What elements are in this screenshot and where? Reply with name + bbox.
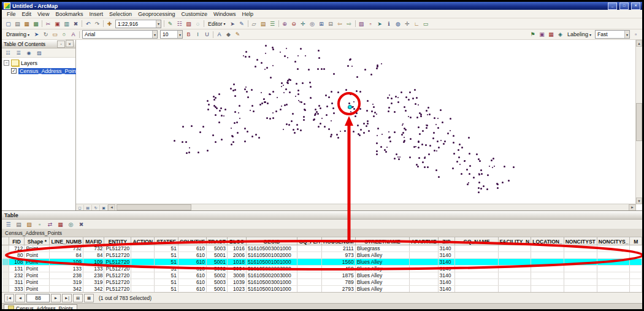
row-selector-cell[interactable] [2, 272, 9, 279]
clear-selection-button[interactable]: ▫ [35, 220, 44, 228]
column-header-BLOC[interactable]: BLOC [228, 238, 247, 245]
sketch-properties-button[interactable]: ☰ [268, 20, 277, 28]
cell[interactable]: 516105003001000 [246, 245, 297, 252]
edit-annotation-button[interactable]: ✎ [237, 20, 247, 28]
previous-record-button[interactable]: ◄ [15, 294, 25, 302]
lock-labels-button[interactable]: ◈ [556, 31, 565, 39]
cell[interactable]: 84 [50, 252, 83, 259]
catalog-window-button[interactable]: ▧ [184, 20, 193, 28]
cell[interactable]: 342 [83, 286, 104, 293]
map-scale-combo[interactable]: 1:22,916▾ [115, 20, 161, 28]
drawing-menu[interactable]: Drawing▾ [4, 31, 32, 37]
underline-button[interactable]: U [202, 31, 212, 39]
cut-button[interactable]: ✂ [44, 20, 53, 28]
cell[interactable]: 3140 [438, 279, 455, 286]
related-tables-button[interactable]: ▤ [14, 220, 23, 228]
select-by-attributes-button[interactable]: ▨ [25, 220, 34, 228]
cell[interactable] [131, 252, 155, 259]
zoom-to-selected-button[interactable]: ◎ [66, 220, 75, 228]
menu-view[interactable]: View [34, 11, 52, 17]
table-options-button[interactable]: ☰ [4, 220, 13, 228]
cell[interactable]: 516105001001000 [246, 259, 297, 266]
editor-menu[interactable]: Editor▾ [205, 21, 228, 27]
cell[interactable]: Point [25, 245, 50, 252]
cell[interactable] [131, 259, 155, 266]
cell[interactable] [597, 279, 630, 286]
cell[interactable]: 3140 [438, 252, 455, 259]
cell[interactable]: 5003 [207, 279, 228, 286]
table-of-contents-button[interactable]: ☷ [175, 20, 184, 28]
list-by-drawing-order-button[interactable]: ☷ [3, 48, 13, 57]
cell[interactable]: 51 [155, 245, 178, 252]
editor-toolbar-toggle-button[interactable]: ✎ [166, 20, 175, 28]
edit-tool-button[interactable]: ➤ [228, 20, 237, 28]
cell[interactable]: 3140 [438, 245, 455, 252]
toc-autohide-button[interactable]: ▫ [57, 40, 65, 48]
cell[interactable]: 5003 [207, 245, 228, 252]
show-all-records-button[interactable]: ▤ [73, 294, 83, 302]
table-row[interactable]: 108Point109109PL512720516105001101851610… [2, 259, 642, 266]
cell[interactable]: 51 [155, 259, 178, 266]
cell[interactable]: 789 [322, 279, 356, 286]
select-elements-tool-button[interactable]: ➤ [32, 31, 41, 39]
cell[interactable] [297, 266, 322, 272]
italic-button[interactable]: I [193, 31, 202, 39]
column-header-NONCITYST[interactable]: NONCITYST [564, 238, 597, 245]
cell[interactable] [564, 252, 597, 259]
cell[interactable] [498, 252, 531, 259]
cell[interactable]: Blues Alley [355, 259, 410, 266]
cell[interactable] [410, 279, 438, 286]
cell[interactable] [455, 286, 498, 293]
cell[interactable]: PL512720 [104, 245, 131, 252]
cell[interactable]: 319 [83, 279, 104, 286]
menu-bookmarks[interactable]: Bookmarks [52, 11, 86, 17]
toc-close-button[interactable]: ✕ [66, 40, 74, 47]
cell[interactable]: 516105001002000 [246, 252, 297, 259]
cell[interactable]: Bluegrass [355, 245, 410, 252]
scroll-up-icon[interactable]: ▲ [636, 40, 642, 47]
layer-visibility-checkbox[interactable]: ✓ [11, 68, 17, 74]
cell[interactable] [297, 272, 322, 279]
column-header-M[interactable]: M [630, 238, 642, 245]
cell[interactable]: 610 [178, 259, 206, 266]
cell[interactable]: PL512720 [104, 252, 131, 259]
table-row[interactable]: 311Point319319PL512720516105003103951610… [2, 279, 642, 286]
row-selector-cell[interactable] [2, 286, 9, 293]
column-header-COUNTYF[interactable]: COUNTYF [178, 238, 206, 245]
cell[interactable]: 1560 [322, 259, 356, 266]
undo-button[interactable]: ↶ [83, 20, 93, 28]
row-selector-cell[interactable] [2, 245, 9, 252]
column-header-STREETNAME[interactable]: STREETNAME [355, 238, 410, 245]
column-header-ENTITY[interactable]: ENTITY [104, 238, 131, 245]
cell[interactable]: 2006 [228, 252, 247, 259]
clear-selected-features-button[interactable]: ▫ [366, 20, 375, 28]
cell[interactable]: 109 [83, 259, 104, 266]
label-weight-ranking-button[interactable]: ▦ [546, 31, 556, 39]
cell[interactable]: 3140 [438, 286, 455, 293]
column-header-Shape *[interactable]: Shape * [25, 238, 50, 245]
table-row[interactable]: 232Point238238PL512720516105002300851610… [2, 272, 642, 279]
select-features-button[interactable]: ▨ [357, 20, 366, 28]
menu-selection[interactable]: Selection [106, 11, 135, 17]
cell[interactable] [630, 286, 642, 293]
map-horizontal-scrollbar[interactable]: ◻▤↻▣ ◄ ► [76, 204, 636, 210]
pan-button[interactable]: ✛ [299, 20, 308, 28]
cell[interactable] [455, 259, 498, 266]
cell[interactable]: 311 [9, 279, 25, 286]
cell[interactable] [498, 259, 531, 266]
cell[interactable]: 109 [50, 259, 83, 266]
cell[interactable] [131, 286, 155, 293]
table-window-title[interactable]: Table [2, 211, 642, 220]
go-to-xy-button[interactable]: ✛ [403, 20, 412, 28]
cell[interactable] [498, 272, 531, 279]
search-window-button[interactable]: ◌ [193, 20, 202, 28]
minimize-button[interactable]: _ [608, 2, 617, 10]
layout-view-button[interactable]: ▤ [84, 205, 92, 210]
menu-insert[interactable]: Insert [86, 11, 106, 17]
delete-button[interactable]: ✖ [71, 20, 80, 28]
cell[interactable]: 610 [178, 272, 206, 279]
cell[interactable]: 51 [155, 272, 178, 279]
cell[interactable] [410, 286, 438, 293]
first-record-button[interactable]: |◄ [4, 294, 14, 302]
cell[interactable]: 51 [155, 286, 178, 293]
